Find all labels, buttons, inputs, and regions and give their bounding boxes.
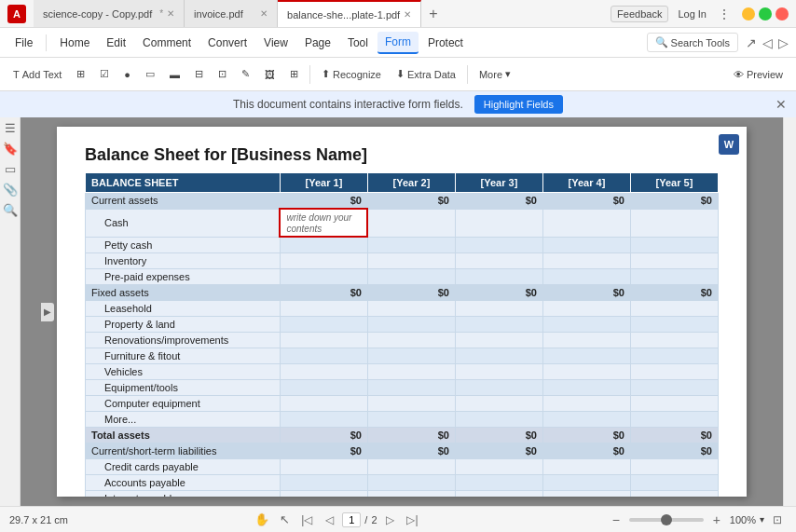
- menu-convert[interactable]: Convert: [200, 33, 254, 53]
- menu-file[interactable]: File: [7, 33, 40, 53]
- toolbar-icon-3[interactable]: ●: [118, 65, 136, 84]
- menu-edit[interactable]: Edit: [99, 33, 133, 53]
- toolbar-icon-2[interactable]: ☑: [94, 64, 115, 84]
- tab-close[interactable]: ✕: [404, 9, 411, 20]
- form-icon-1: ⊞: [76, 68, 85, 80]
- cash-y4: [542, 209, 630, 237]
- recognize-button[interactable]: ⬆ Recognize: [316, 64, 387, 84]
- toolbar: T Add Text ⊞ ☑ ● ▭ ▬ ⊟ ⊡ ✎ 🖼 ⊞ ⬆ Recogni…: [0, 58, 796, 91]
- panel-icon-4[interactable]: 📎: [3, 183, 18, 198]
- table-body: Current assets $0 $0 $0 $0 $0 Cash write…: [86, 193, 719, 498]
- menu-page[interactable]: Page: [297, 33, 338, 53]
- menu-home[interactable]: Home: [52, 33, 97, 53]
- search-tools-button[interactable]: 🔍 Search Tools: [647, 33, 738, 52]
- toolbar-icon-5[interactable]: ▬: [164, 65, 185, 84]
- nav-forward-icon[interactable]: ▷: [778, 35, 789, 50]
- zoom-slider[interactable]: [629, 518, 704, 522]
- more-button[interactable]: More ▾: [473, 64, 516, 84]
- prepaid-y2: [367, 268, 455, 284]
- tab-invoice[interactable]: invoice.pdf ✕: [185, 0, 278, 27]
- toolbar-icon-6[interactable]: ⊟: [189, 64, 209, 84]
- chevron-down-icon[interactable]: ▾: [760, 514, 764, 525]
- zoom-in-button[interactable]: +: [707, 511, 726, 529]
- row-label-furniture: Furniture & fitout: [86, 348, 281, 363]
- window-controls: [742, 7, 789, 20]
- panel-icon-2[interactable]: 🔖: [3, 142, 18, 157]
- row-total-assets: Total assets $0 $0 $0 $0 $0: [86, 427, 719, 443]
- table-row-property: Property & land: [86, 316, 719, 332]
- inventory-y4: [542, 252, 630, 268]
- notification-close-button[interactable]: ✕: [775, 97, 787, 112]
- maximize-button[interactable]: [759, 7, 772, 20]
- menu-view[interactable]: View: [256, 33, 295, 53]
- last-page-button[interactable]: ▷|: [404, 511, 422, 529]
- panel-icon-5[interactable]: 🔍: [3, 203, 18, 218]
- section-value-y3: $0: [455, 193, 542, 210]
- highlight-fields-button[interactable]: Highlight Fields: [474, 95, 563, 114]
- add-text-button[interactable]: T Add Text: [7, 65, 67, 84]
- toolbar-icon-1[interactable]: ⊞: [71, 64, 90, 84]
- table-row-inventory: Inventory: [86, 252, 719, 268]
- col-header-label: BALANCE SHEET: [86, 173, 281, 193]
- extra-data-button[interactable]: ⬇ Extra Data: [391, 64, 461, 84]
- tab-balance-sheet[interactable]: balance-she...plate-1.pdf ✕: [278, 0, 421, 27]
- table-row-petty-cash: Petty cash: [86, 237, 719, 252]
- open-external-icon[interactable]: ↗: [746, 35, 757, 50]
- page-number-input[interactable]: [342, 512, 361, 527]
- zoom-thumb[interactable]: [661, 514, 672, 525]
- minimize-button[interactable]: [742, 7, 755, 20]
- login-button[interactable]: Log In: [678, 8, 707, 20]
- fit-page-button[interactable]: ⊡: [768, 511, 787, 529]
- row-label-credit-cards: Credit cards payable: [86, 458, 281, 474]
- tab-science-copy[interactable]: science-copy - Copy.pdf * ✕: [34, 0, 185, 27]
- toolbar-icon-10[interactable]: ⊞: [284, 64, 304, 84]
- toolbar-icon-7[interactable]: ⊡: [213, 64, 232, 84]
- row-label-renovations: Renovations/improvements: [86, 332, 281, 348]
- section-value-y4: $0: [542, 193, 630, 210]
- menu-tool[interactable]: Tool: [340, 33, 376, 53]
- tab-close[interactable]: ✕: [260, 8, 268, 19]
- add-tab-button[interactable]: +: [421, 6, 445, 22]
- toolbar-icon-4[interactable]: ▭: [140, 64, 160, 84]
- preview-icon: 👁: [734, 69, 744, 80]
- section-fixed-assets: Fixed assets $0 $0 $0 $0 $0: [86, 284, 719, 300]
- search-tools-area: 🔍 Search Tools: [647, 33, 738, 52]
- select-tool-icon[interactable]: ↖: [275, 511, 294, 529]
- toolbar-icon-9[interactable]: 🖼: [259, 65, 281, 84]
- navigation-controls: ✋ ↖ |◁ ◁ / 2 ▷ ▷|: [253, 511, 421, 529]
- table-row-furniture: Furniture & fitout: [86, 348, 719, 363]
- prepaid-y4: [542, 268, 630, 284]
- recognize-label: Recognize: [333, 69, 381, 80]
- collapse-panel-arrow[interactable]: ▶: [41, 303, 54, 321]
- more-options-icon[interactable]: ⋮: [714, 7, 734, 21]
- word-icon[interactable]: W: [719, 134, 739, 155]
- search-icon: 🔍: [655, 36, 668, 48]
- panel-icon-3[interactable]: ▭: [3, 162, 18, 177]
- row-label-equipment: Equipment/tools: [86, 379, 281, 395]
- page-total: 2: [371, 514, 377, 525]
- pettycash-y3: [455, 237, 542, 252]
- cash-input-y1[interactable]: write down your contents: [280, 209, 367, 237]
- field2-icon: ⊟: [195, 68, 203, 80]
- hand-tool-icon[interactable]: ✋: [253, 511, 271, 529]
- prev-page-button[interactable]: ◁: [320, 511, 338, 529]
- close-button[interactable]: [775, 7, 789, 20]
- menu-divider: [46, 34, 47, 51]
- next-page-button[interactable]: ▷: [381, 511, 400, 529]
- menu-comment[interactable]: Comment: [135, 33, 199, 53]
- zoom-out-button[interactable]: −: [607, 511, 625, 529]
- toolbar-sep-1: [309, 65, 310, 84]
- menu-form[interactable]: Form: [377, 32, 419, 54]
- toolbar-icon-8[interactable]: ✎: [236, 64, 255, 84]
- section-current-assets: Current assets $0 $0 $0 $0 $0: [86, 193, 719, 210]
- feedback-button[interactable]: Feedback: [611, 6, 668, 22]
- table-row-equipment: Equipment/tools: [86, 379, 719, 395]
- preview-button[interactable]: 👁 Preview: [728, 65, 789, 84]
- first-page-button[interactable]: |◁: [297, 511, 316, 529]
- menu-protect[interactable]: Protect: [420, 33, 471, 53]
- row-label-computer: Computer equipment: [86, 395, 281, 411]
- tab-close[interactable]: ✕: [167, 8, 174, 19]
- nav-back-icon[interactable]: ◁: [762, 35, 773, 50]
- panel-icon-1[interactable]: ☰: [3, 121, 18, 136]
- table-row-computer: Computer equipment: [86, 395, 719, 411]
